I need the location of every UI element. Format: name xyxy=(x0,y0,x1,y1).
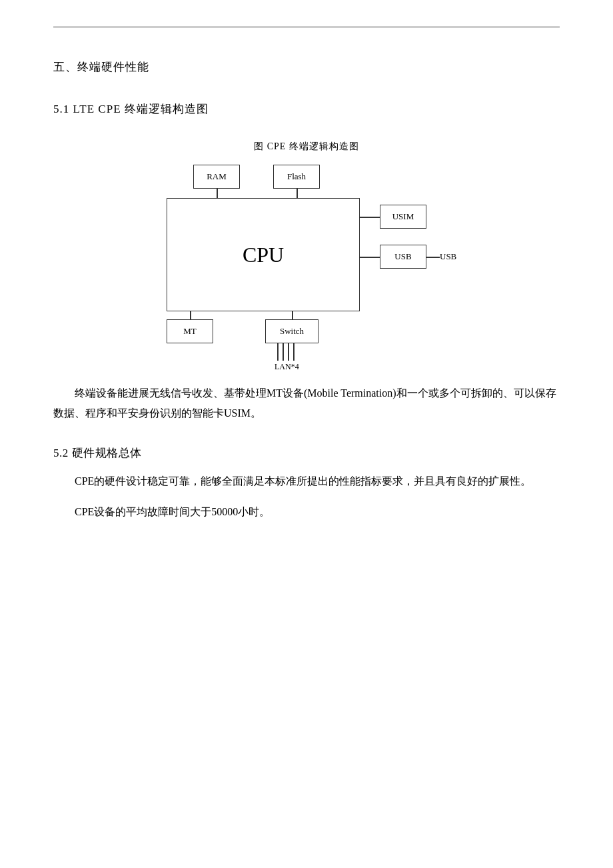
usb-box: USB xyxy=(380,245,426,269)
diagram-wrapper: RAM Flash CPU USIM USB USB MT xyxy=(53,165,560,358)
cpu-box: CPU xyxy=(167,198,360,311)
line-flash-cpu xyxy=(297,189,298,198)
paragraph3: CPE设备的平均故障时间大于50000小时。 xyxy=(53,502,560,522)
figure-caption: 图 CPE 终端逻辑构造图 xyxy=(53,141,560,153)
usim-box: USIM xyxy=(380,205,426,229)
mt-box: MT xyxy=(167,319,213,343)
line-cpu-switch xyxy=(292,311,293,319)
paragraph1: 终端设备能进展无线信号收发、基带处理MT设备(Mobile Terminatio… xyxy=(53,383,560,424)
usim-label: USIM xyxy=(392,211,414,222)
ram-label: RAM xyxy=(207,171,227,182)
top-rule xyxy=(53,27,560,27)
lan-label: LAN*4 xyxy=(275,362,299,372)
lan-line-3 xyxy=(288,343,289,361)
lan-line-1 xyxy=(277,343,279,361)
line-usb-label xyxy=(426,257,440,258)
subsection52-heading: 5.2 硬件规格总体 xyxy=(53,445,560,461)
switch-box: Switch xyxy=(265,319,318,343)
paragraph2: CPE的硬件设计稳定可靠，能够全面满足本标准所提出的性能指标要求，并且具有良好的… xyxy=(53,471,560,491)
flash-box: Flash xyxy=(273,165,320,189)
line-cpu-usim xyxy=(360,217,380,218)
mt-label: MT xyxy=(183,326,197,337)
usb-external-label: USB xyxy=(440,251,456,262)
lan-lines xyxy=(277,343,295,361)
usb-label: USB xyxy=(394,251,411,262)
paragraph2-text: CPE的硬件设计稳定可靠，能够全面满足本标准所提出的性能指标要求，并且具有良好的… xyxy=(75,475,531,487)
subsection51-heading: 5.1 LTE CPE 终端逻辑构造图 xyxy=(53,101,560,117)
paragraph1-text: 终端设备能进展无线信号收发、基带处理MT设备(Mobile Terminatio… xyxy=(53,387,556,419)
page: 五、终端硬件性能 5.1 LTE CPE 终端逻辑构造图 图 CPE 终端逻辑构… xyxy=(0,0,613,868)
lan-line-4 xyxy=(293,343,295,361)
diagram: RAM Flash CPU USIM USB USB MT xyxy=(147,165,466,358)
flash-label: Flash xyxy=(287,171,306,182)
line-ram-cpu xyxy=(217,189,218,198)
lan-line-2 xyxy=(283,343,284,361)
line-cpu-mt xyxy=(190,311,191,319)
switch-label: Switch xyxy=(280,326,304,337)
ram-box: RAM xyxy=(193,165,240,189)
line-cpu-usb xyxy=(360,257,380,258)
cpu-label: CPU xyxy=(243,243,284,267)
section5-heading: 五、终端硬件性能 xyxy=(53,59,560,75)
